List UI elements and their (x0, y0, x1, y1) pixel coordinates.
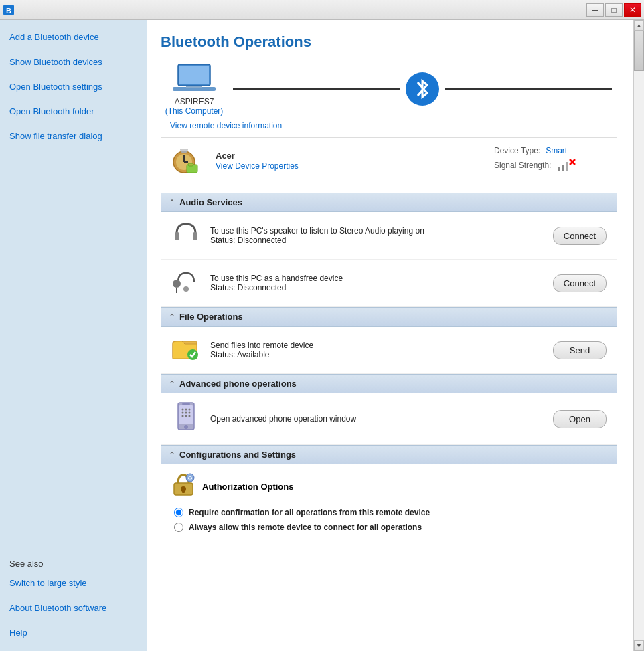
audio-service-item-0: To use this PC's speaker to listen to St… (161, 212, 617, 260)
svg-rect-11 (180, 149, 188, 151)
audio-service-0-connect-button[interactable]: Connect (553, 227, 607, 245)
audio-service-1-connect-button[interactable]: Connect (553, 274, 607, 292)
remote-device-icon (168, 143, 200, 175)
svg-point-34 (185, 412, 187, 414)
svg-rect-41 (182, 489, 185, 493)
file-operations-header: ⌃ File Operations (161, 307, 617, 327)
radio-always-allow[interactable] (174, 523, 183, 532)
folder-send-svg (171, 335, 201, 360)
auth-icon: ⚙ (171, 472, 195, 501)
svg-text:⚙: ⚙ (187, 475, 193, 482)
key-lock-icon: ⚙ (171, 472, 195, 496)
main-container: Add a Bluetooth device Show Bluetooth de… (0, 20, 644, 651)
svg-point-31 (185, 409, 187, 411)
advanced-phone-0-desc: Open advanced phone operation window (210, 414, 544, 424)
audio-service-0-desc: To use this PC's speaker to listen to St… (210, 226, 544, 245)
bluetooth-logo (406, 72, 439, 106)
audio-service-0-status: Status: Disconnected (210, 236, 544, 245)
svg-point-38 (189, 415, 191, 417)
remote-device-info: Acer View Device Properties (208, 151, 483, 171)
audio-services-header: ⌃ Audio Services (161, 193, 617, 212)
phone-icon (171, 401, 201, 436)
file-operations-0-send-button[interactable]: Send (553, 341, 607, 359)
radio-always-allow-label: Always allow this remote device to conne… (189, 523, 422, 532)
minimize-button[interactable]: ─ (586, 3, 604, 17)
sidebar-item-switch-large-style[interactable]: Switch to large style (0, 571, 147, 596)
radio-row-0: Require confirmation for all operations … (174, 508, 607, 517)
local-device-sub: (This Computer) (161, 106, 228, 116)
sidebar-item-open-bt-folder[interactable]: Open Bluetooth folder (0, 100, 147, 124)
handsfree-icon (171, 268, 201, 298)
headphones-svg (173, 220, 199, 246)
advanced-phone-item-0: Open advanced phone operation window Ope… (161, 393, 617, 445)
scrollbar-down-button[interactable]: ▼ (634, 640, 644, 651)
device-type-label: Device Type: (494, 146, 540, 155)
file-operations-item-0: Send files into remote device Status: Av… (161, 327, 617, 374)
auth-title-row: ⚙ Authorization Options (171, 472, 607, 501)
bluetooth-symbol (412, 76, 432, 102)
svg-point-30 (182, 409, 184, 411)
connect-line-right (445, 88, 612, 90)
svg-rect-3 (179, 66, 209, 84)
scrollbar-up-button[interactable]: ▲ (634, 20, 644, 31)
advanced-phone-0-text: Open advanced phone operation window (210, 414, 544, 424)
folder-send-icon (171, 335, 201, 365)
app-icon: B (3, 4, 15, 16)
view-device-properties-link[interactable]: View Device Properties (216, 161, 299, 171)
window-controls: ─ □ ✕ (586, 3, 641, 17)
headphones-icon (171, 220, 201, 251)
svg-rect-13 (188, 163, 193, 166)
see-also-label: See also (0, 552, 147, 571)
remote-device-name: Acer (216, 151, 475, 161)
sidebar-divider (0, 549, 147, 549)
svg-point-28 (184, 425, 188, 429)
sidebar-item-add-bt-device[interactable]: Add a Bluetooth device (0, 25, 147, 50)
svg-rect-27 (179, 405, 193, 424)
file-operations-chevron: ⌃ (169, 312, 175, 322)
file-operations-0-desc: Send files into remote device Status: Av… (210, 341, 544, 359)
sidebar: Add a Bluetooth device Show Bluetooth de… (0, 20, 147, 651)
svg-point-35 (189, 412, 191, 414)
svg-point-21 (173, 280, 181, 288)
signal-strength-label: Signal Strength: (494, 161, 551, 170)
device-type-area: Device Type: Smart Signal Strength: (483, 146, 617, 175)
file-operations-title: File Operations (179, 312, 243, 322)
local-device-area: ASPIRES7 (This Computer) (161, 62, 228, 116)
device-type-row: Device Type: Smart (494, 146, 607, 155)
signal-strength-row: Signal Strength: (494, 158, 607, 173)
svg-point-36 (182, 415, 184, 417)
sidebar-item-about-bt-software[interactable]: About Bluetooth software (0, 596, 147, 621)
sidebar-item-help[interactable]: Help (0, 621, 147, 646)
radio-row-1: Always allow this remote device to conne… (174, 523, 607, 532)
svg-rect-16 (566, 162, 568, 171)
sidebar-item-open-bt-settings[interactable]: Open Bluetooth settings (0, 75, 147, 100)
advanced-phone-0-open-button[interactable]: Open (553, 410, 607, 428)
svg-point-33 (182, 412, 184, 414)
svg-point-23 (183, 286, 189, 292)
radio-require-confirm-label: Require confirmation for all operations … (189, 508, 430, 517)
svg-text:B: B (6, 7, 11, 15)
content-area: Bluetooth Operations ASPIRES7 (This Comp… (147, 20, 644, 651)
svg-rect-20 (193, 232, 197, 240)
advanced-phone-title: Advanced phone operations (179, 379, 297, 389)
radio-require-confirm[interactable] (174, 508, 183, 517)
device-type-value: Smart (546, 146, 567, 155)
device-details-row: Acer View Device Properties Device Type:… (161, 137, 617, 183)
view-remote-info-link[interactable]: View remote device information (170, 121, 617, 130)
close-button[interactable]: ✕ (624, 3, 641, 17)
sidebar-item-show-file-transfer[interactable]: Show file transfer dialog (0, 124, 147, 149)
svg-rect-19 (175, 232, 179, 240)
auth-title-text: Authorization Options (202, 482, 293, 492)
sidebar-item-show-bt-devices[interactable]: Show Bluetooth devices (0, 50, 147, 75)
maximize-button[interactable]: □ (605, 3, 623, 17)
scrollbar-thumb[interactable] (634, 31, 644, 71)
audio-services-chevron: ⌃ (169, 198, 175, 207)
scrollbar-track: ▲ ▼ (633, 20, 644, 651)
audio-service-1-text: To use this PC as a handsfree device (210, 274, 544, 283)
page-title: Bluetooth Operations (161, 33, 617, 51)
title-bar: B ─ □ ✕ (0, 0, 644, 20)
content-scroll: Bluetooth Operations ASPIRES7 (This Comp… (147, 20, 633, 559)
config-settings-header: ⌃ Configurations and Settings (161, 445, 617, 464)
remote-device-thumb (161, 143, 208, 177)
audio-service-1-desc: To use this PC as a handsfree device Sta… (210, 274, 544, 292)
